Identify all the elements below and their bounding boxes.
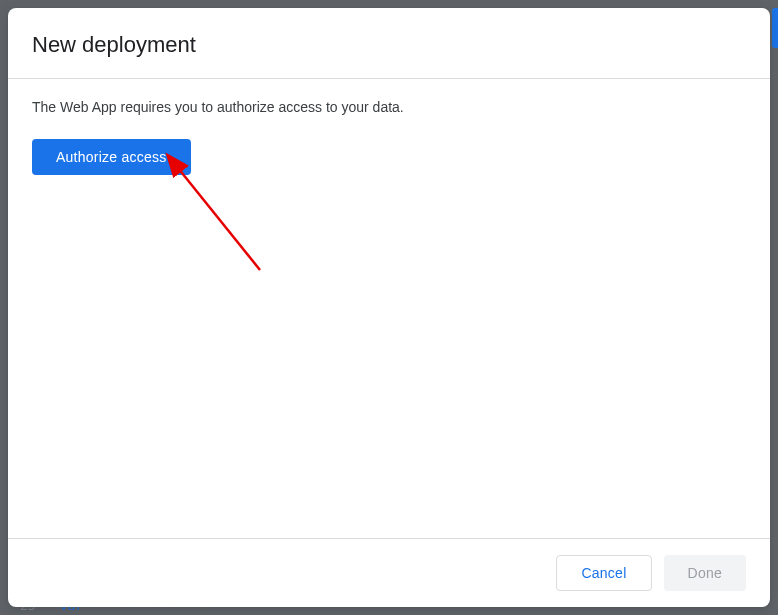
topbar-fragment xyxy=(0,0,16,8)
cancel-button[interactable]: Cancel xyxy=(556,555,651,591)
rightbar-fragment xyxy=(772,8,778,48)
new-deployment-dialog: New deployment The Web App requires you … xyxy=(8,8,770,607)
dialog-footer: Cancel Done xyxy=(8,538,770,607)
dialog-body: The Web App requires you to authorize ac… xyxy=(8,79,770,538)
authorize-access-button[interactable]: Authorize access xyxy=(32,139,191,175)
dialog-header: New deployment xyxy=(8,8,770,79)
dialog-title: New deployment xyxy=(32,32,746,58)
done-button: Done xyxy=(664,555,746,591)
authorization-message: The Web App requires you to authorize ac… xyxy=(32,99,746,115)
